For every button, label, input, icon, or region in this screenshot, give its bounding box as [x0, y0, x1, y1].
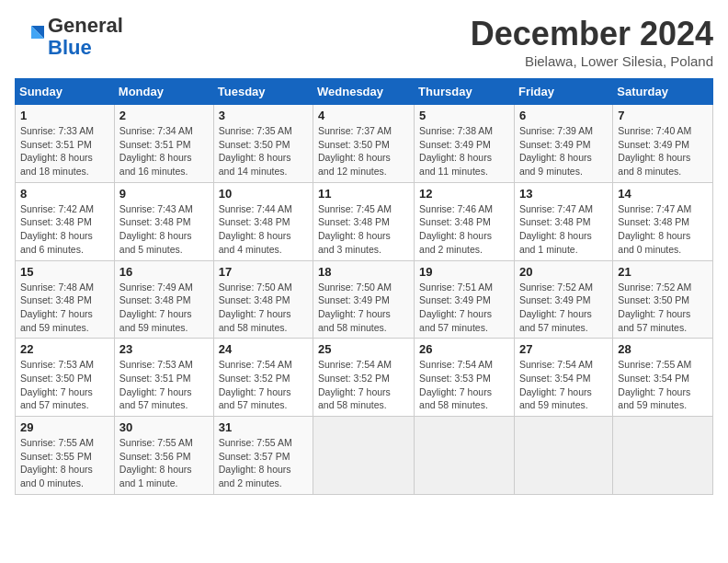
- calendar-cell: 6 Sunrise: 7:39 AM Sunset: 3:49 PM Dayli…: [514, 105, 612, 183]
- calendar-cell: 23 Sunrise: 7:53 AM Sunset: 3:51 PM Dayl…: [114, 339, 213, 417]
- calendar-cell: 5 Sunrise: 7:38 AM Sunset: 3:49 PM Dayli…: [415, 105, 515, 183]
- day-number: 4: [318, 109, 409, 122]
- day-number: 29: [20, 420, 109, 434]
- day-number: 17: [219, 265, 308, 279]
- logo-blue: Blue: [48, 36, 92, 59]
- day-number: 6: [519, 109, 608, 122]
- day-number: 11: [318, 187, 409, 201]
- calendar-cell: 1 Sunrise: 7:33 AM Sunset: 3:51 PM Dayli…: [16, 105, 115, 183]
- day-detail: Sunrise: 7:54 AM Sunset: 3:52 PM Dayligh…: [219, 358, 308, 412]
- header-cell-monday: Monday: [114, 79, 213, 105]
- calendar-cell: 17 Sunrise: 7:50 AM Sunset: 3:48 PM Dayl…: [213, 260, 313, 339]
- day-number: 13: [519, 187, 608, 201]
- calendar-cell: 12 Sunrise: 7:46 AM Sunset: 3:48 PM Dayl…: [415, 182, 515, 260]
- day-detail: Sunrise: 7:37 AM Sunset: 3:50 PM Dayligh…: [318, 124, 409, 178]
- calendar-table: SundayMondayTuesdayWednesdayThursdayFrid…: [15, 78, 713, 495]
- day-detail: Sunrise: 7:55 AM Sunset: 3:56 PM Dayligh…: [119, 436, 209, 490]
- day-number: 27: [519, 342, 608, 356]
- day-detail: Sunrise: 7:54 AM Sunset: 3:52 PM Dayligh…: [318, 358, 409, 412]
- calendar-cell: 7 Sunrise: 7:40 AM Sunset: 3:49 PM Dayli…: [613, 105, 713, 183]
- day-detail: Sunrise: 7:43 AM Sunset: 3:48 PM Dayligh…: [119, 202, 209, 257]
- calendar-body: 1 Sunrise: 7:33 AM Sunset: 3:51 PM Dayli…: [16, 105, 713, 495]
- calendar-cell: 21 Sunrise: 7:52 AM Sunset: 3:50 PM Dayl…: [613, 260, 713, 339]
- month-title: December 2024: [471, 15, 713, 53]
- day-number: 19: [419, 265, 509, 279]
- location-subtitle: Bielawa, Lower Silesia, Poland: [471, 53, 713, 69]
- calendar-cell: 9 Sunrise: 7:43 AM Sunset: 3:48 PM Dayli…: [114, 182, 213, 260]
- calendar-cell: 31 Sunrise: 7:55 AM Sunset: 3:57 PM Dayl…: [213, 417, 313, 495]
- day-detail: Sunrise: 7:50 AM Sunset: 3:48 PM Dayligh…: [219, 281, 308, 335]
- day-number: 22: [20, 342, 109, 356]
- header-cell-saturday: Saturday: [613, 79, 713, 105]
- calendar-cell: 26 Sunrise: 7:54 AM Sunset: 3:53 PM Dayl…: [415, 339, 515, 417]
- day-number: 30: [119, 420, 209, 434]
- day-number: 5: [419, 109, 509, 122]
- calendar-week-4: 22 Sunrise: 7:53 AM Sunset: 3:50 PM Dayl…: [16, 339, 713, 417]
- day-detail: Sunrise: 7:40 AM Sunset: 3:49 PM Dayligh…: [618, 124, 708, 178]
- day-number: 10: [219, 187, 308, 201]
- calendar-cell: 24 Sunrise: 7:54 AM Sunset: 3:52 PM Dayl…: [213, 339, 313, 417]
- day-detail: Sunrise: 7:52 AM Sunset: 3:50 PM Dayligh…: [618, 281, 708, 335]
- day-detail: Sunrise: 7:44 AM Sunset: 3:48 PM Dayligh…: [219, 202, 308, 257]
- day-number: 24: [219, 342, 308, 356]
- calendar-cell: 8 Sunrise: 7:42 AM Sunset: 3:48 PM Dayli…: [16, 182, 115, 260]
- day-number: 12: [419, 187, 509, 201]
- day-detail: Sunrise: 7:47 AM Sunset: 3:48 PM Dayligh…: [519, 202, 608, 257]
- day-detail: Sunrise: 7:55 AM Sunset: 3:54 PM Dayligh…: [618, 358, 708, 412]
- calendar-cell: 27 Sunrise: 7:54 AM Sunset: 3:54 PM Dayl…: [514, 339, 612, 417]
- day-number: 18: [318, 265, 409, 279]
- calendar-cell: 4 Sunrise: 7:37 AM Sunset: 3:50 PM Dayli…: [313, 105, 415, 183]
- day-number: 9: [119, 187, 209, 201]
- day-detail: Sunrise: 7:46 AM Sunset: 3:48 PM Dayligh…: [419, 202, 509, 257]
- day-number: 23: [119, 342, 209, 356]
- calendar-cell: [514, 417, 612, 495]
- header-row: SundayMondayTuesdayWednesdayThursdayFrid…: [16, 79, 713, 105]
- calendar-week-2: 8 Sunrise: 7:42 AM Sunset: 3:48 PM Dayli…: [16, 182, 713, 260]
- calendar-cell: [313, 417, 415, 495]
- day-number: 7: [618, 109, 708, 122]
- day-detail: Sunrise: 7:42 AM Sunset: 3:48 PM Dayligh…: [20, 202, 109, 257]
- calendar-cell: [613, 417, 713, 495]
- day-number: 16: [119, 265, 209, 279]
- logo-icon: [15, 22, 44, 52]
- day-detail: Sunrise: 7:54 AM Sunset: 3:53 PM Dayligh…: [419, 358, 509, 412]
- day-number: 15: [20, 265, 109, 279]
- calendar-cell: 16 Sunrise: 7:49 AM Sunset: 3:48 PM Dayl…: [114, 260, 213, 339]
- day-detail: Sunrise: 7:45 AM Sunset: 3:48 PM Dayligh…: [318, 202, 409, 257]
- header-cell-friday: Friday: [514, 79, 612, 105]
- day-detail: Sunrise: 7:49 AM Sunset: 3:48 PM Dayligh…: [119, 281, 209, 335]
- calendar-cell: 11 Sunrise: 7:45 AM Sunset: 3:48 PM Dayl…: [313, 182, 415, 260]
- calendar-cell: 15 Sunrise: 7:48 AM Sunset: 3:48 PM Dayl…: [16, 260, 115, 339]
- calendar-cell: 19 Sunrise: 7:51 AM Sunset: 3:49 PM Dayl…: [415, 260, 515, 339]
- day-detail: Sunrise: 7:55 AM Sunset: 3:55 PM Dayligh…: [20, 436, 109, 490]
- calendar-cell: 3 Sunrise: 7:35 AM Sunset: 3:50 PM Dayli…: [213, 105, 313, 183]
- day-detail: Sunrise: 7:53 AM Sunset: 3:51 PM Dayligh…: [119, 358, 209, 412]
- day-detail: Sunrise: 7:55 AM Sunset: 3:57 PM Dayligh…: [219, 436, 308, 490]
- calendar-cell: 30 Sunrise: 7:55 AM Sunset: 3:56 PM Dayl…: [114, 417, 213, 495]
- day-number: 31: [219, 420, 308, 434]
- day-number: 1: [20, 109, 109, 122]
- calendar-week-5: 29 Sunrise: 7:55 AM Sunset: 3:55 PM Dayl…: [16, 417, 713, 495]
- calendar-week-1: 1 Sunrise: 7:33 AM Sunset: 3:51 PM Dayli…: [16, 105, 713, 183]
- day-detail: Sunrise: 7:48 AM Sunset: 3:48 PM Dayligh…: [20, 281, 109, 335]
- day-detail: Sunrise: 7:39 AM Sunset: 3:49 PM Dayligh…: [519, 124, 608, 178]
- calendar-cell: [415, 417, 515, 495]
- day-number: 2: [119, 109, 209, 122]
- header-cell-tuesday: Tuesday: [213, 79, 313, 105]
- calendar-cell: 10 Sunrise: 7:44 AM Sunset: 3:48 PM Dayl…: [213, 182, 313, 260]
- day-number: 25: [318, 342, 409, 356]
- day-number: 3: [219, 109, 308, 122]
- calendar-cell: 28 Sunrise: 7:55 AM Sunset: 3:54 PM Dayl…: [613, 339, 713, 417]
- title-block: December 2024 Bielawa, Lower Silesia, Po…: [471, 15, 713, 69]
- day-number: 8: [20, 187, 109, 201]
- day-detail: Sunrise: 7:33 AM Sunset: 3:51 PM Dayligh…: [20, 124, 109, 178]
- calendar-cell: 25 Sunrise: 7:54 AM Sunset: 3:52 PM Dayl…: [313, 339, 415, 417]
- logo: General Blue: [15, 15, 123, 59]
- calendar-cell: 18 Sunrise: 7:50 AM Sunset: 3:49 PM Dayl…: [313, 260, 415, 339]
- logo-text: General Blue: [48, 15, 123, 59]
- day-detail: Sunrise: 7:35 AM Sunset: 3:50 PM Dayligh…: [219, 124, 308, 178]
- day-detail: Sunrise: 7:34 AM Sunset: 3:51 PM Dayligh…: [119, 124, 209, 178]
- day-number: 26: [419, 342, 509, 356]
- header-cell-wednesday: Wednesday: [313, 79, 415, 105]
- day-detail: Sunrise: 7:52 AM Sunset: 3:49 PM Dayligh…: [519, 281, 608, 335]
